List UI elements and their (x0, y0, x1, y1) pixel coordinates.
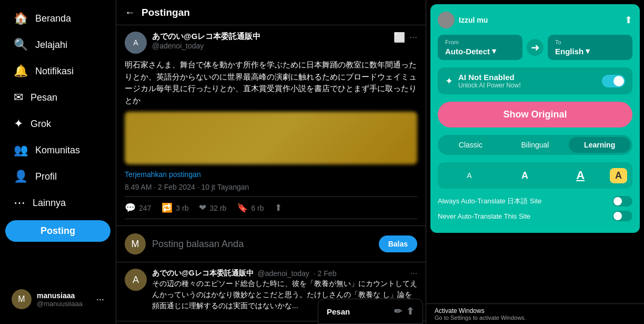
reply-avatar: M (125, 233, 146, 254)
tp-ai-toggle[interactable] (602, 75, 625, 87)
sidebar-item-pesan[interactable]: ✉ Pesan (4, 85, 112, 110)
pesan-bar-label: Pesan (327, 307, 350, 316)
sidebar-item-label: Notifikasi (35, 66, 74, 77)
bell-icon: 🔔 (14, 64, 28, 78)
home-icon: 🏠 (14, 12, 28, 25)
tp-ai-subtitle: Unlock AI Power Now! (458, 82, 597, 89)
second-tweet-display-name: あでのい@Gレコ本委託通販中 (152, 269, 254, 278)
tp-font-highlight[interactable]: A (610, 168, 627, 183)
tp-ai-toggle-knob (613, 76, 624, 86)
right-column: Izzul mu ⬆ From Auto-Detect ▾ ➜ To Engli… (426, 0, 644, 324)
tweet-text: 明石家さんま、舞台で体を動かす所作を学ぶために日本舞踊の教室に数年間通ったりとか… (125, 59, 417, 106)
pesan-bar[interactable]: Pesan ✏ ⬆ (318, 299, 423, 324)
tp-always-translate-label: Always Auto-Translate 日本語 Site (438, 197, 608, 206)
search-icon: 🔍 (14, 38, 28, 52)
second-tweet-handle: @adenoi_today (258, 269, 309, 278)
sidebar-item-lainnya[interactable]: ⋯ Lainnya (4, 191, 112, 215)
sidebar-item-label: Jelajahi (35, 40, 67, 51)
tp-mode-bilingual[interactable]: Bilingual (505, 137, 566, 153)
avatar: M (12, 289, 32, 309)
bookmark-icon: 🔖 (237, 202, 248, 213)
page-title: Postingan (142, 7, 190, 18)
chevron-down-icon: ▾ (586, 46, 590, 56)
tp-font-small[interactable]: A (443, 169, 496, 182)
retweet-count: 3 rb (176, 204, 188, 212)
share-icon: ⬆ (275, 202, 282, 213)
tp-font-medium[interactable]: A (499, 168, 551, 183)
tp-from-box[interactable]: From Auto-Detect ▾ (438, 35, 522, 60)
tp-user-row: Izzul mu ⬆ (438, 12, 632, 28)
person-icon: 👤 (14, 170, 28, 183)
blurred-content (125, 112, 417, 164)
sidebar-item-jelajahi[interactable]: 🔍 Jelajahi (4, 33, 112, 57)
user-display-name: manusiaaa (37, 291, 91, 300)
tp-lang-row: From Auto-Detect ▾ ➜ To English ▾ (438, 35, 632, 60)
sidebar-item-label: Grok (31, 119, 51, 130)
user-handle: @manuusiiaaa (37, 300, 91, 308)
pesan-edit-icon[interactable]: ✏ (394, 306, 402, 317)
sidebar-item-label: Profil (35, 171, 57, 182)
pesan-actions: ✏ ⬆ (394, 306, 414, 317)
post-button-label: Posting (41, 225, 75, 237)
tp-ai-title: AI Not Enabled (458, 73, 597, 82)
tp-always-translate-toggle[interactable] (612, 196, 632, 207)
tweet-more-icon[interactable]: ··· (409, 32, 417, 43)
tp-never-translate-label: Never Auto-Translate This Site (438, 212, 608, 220)
tweet-handle: @adenoi_today (152, 42, 388, 50)
sidebar-item-notifikasi[interactable]: 🔔 Notifikasi (4, 59, 112, 83)
sidebar-item-beranda[interactable]: 🏠 Beranda (4, 6, 112, 31)
sidebar-item-label: Komunitas (35, 145, 80, 156)
reply-stat[interactable]: 💬 247 (125, 202, 151, 213)
tp-toggle-knob (613, 197, 622, 205)
show-original-button[interactable]: Show Original (438, 102, 632, 127)
retweet-icon: 🔁 (162, 202, 173, 213)
user-info: manusiaaa @manuusiiaaa (37, 291, 91, 308)
community-icon: 👥 (14, 143, 28, 157)
tweet-image-icon[interactable]: ⬜ (394, 32, 405, 43)
mail-icon: ✉ (14, 91, 23, 104)
sidebar-item-profil[interactable]: 👤 Profil (4, 164, 112, 189)
bookmark-stat[interactable]: 🔖 6 rb (237, 202, 264, 213)
tp-never-translate-toggle[interactable] (612, 211, 632, 221)
like-count: 32 rb (209, 204, 226, 212)
sidebar-item-komunitas[interactable]: 👥 Komunitas (4, 138, 112, 162)
tp-direction-arrow: ➜ (527, 39, 544, 56)
tp-share-icon[interactable]: ⬆ (625, 14, 632, 26)
reply-box: M Posting balasan Anda Balas (116, 226, 426, 262)
main-content: ← Postingan A あでのい@Gレコ本委託通販中 @adenoi_tod… (116, 0, 426, 324)
tp-to-value: English ▾ (555, 46, 625, 56)
translate-link[interactable]: Terjemahkan postingan (125, 170, 201, 179)
reply-input[interactable]: Posting balasan Anda (152, 239, 373, 250)
tweet-user-info: あでのい@Gレコ本委託通販中 @adenoi_today (152, 32, 388, 50)
second-tweet-avatar: A (125, 269, 147, 291)
second-tweet-date: · 2 Feb (314, 269, 337, 278)
tweet-avatar: A (125, 32, 147, 54)
tp-mode-classic[interactable]: Classic (440, 137, 501, 153)
second-tweet-header: あでのい@Gレコ本委託通販中 @adenoi_today · 2 Feb ··· (152, 269, 417, 278)
heart-icon: ❤ (199, 202, 206, 213)
tp-always-auto-translate-row: Always Auto-Translate 日本語 Site (438, 196, 632, 207)
sidebar: 🏠 Beranda 🔍 Jelajahi 🔔 Notifikasi ✉ Pesa… (0, 0, 116, 324)
tp-ai-text: AI Not Enabled Unlock AI Power Now! (458, 73, 597, 89)
tp-mode-learning[interactable]: Learning (569, 137, 630, 153)
sidebar-item-posting[interactable]: Posting (5, 220, 110, 242)
tp-font-large[interactable]: A (554, 166, 607, 184)
like-stat[interactable]: ❤ 32 rb (199, 202, 226, 213)
sidebar-user[interactable]: M manusiaaa @manuusiiaaa ··· (4, 284, 112, 315)
pesan-expand-icon[interactable]: ⬆ (406, 306, 414, 317)
tp-to-box[interactable]: To English ▾ (548, 35, 632, 60)
chevron-down-icon: ▾ (492, 46, 496, 56)
tweet-stats: 💬 247 🔁 3 rb ❤ 32 rb 🔖 6 rb ⬆ (125, 197, 417, 219)
user-more-dots[interactable]: ··· (96, 294, 104, 305)
second-tweet-more[interactable]: ··· (410, 269, 417, 278)
sidebar-item-label: Pesan (31, 92, 57, 103)
tweet-meta: 8.49 AM · 2 Feb 2024 · 10 jt Tayangan (125, 183, 417, 191)
retweet-stat[interactable]: 🔁 3 rb (162, 202, 188, 213)
main-tweet: A あでのい@Gレコ本委託通販中 @adenoi_today ⬜ ··· 明石家… (116, 25, 426, 226)
share-stat[interactable]: ⬆ (275, 202, 282, 213)
tp-to-label: To (555, 39, 625, 45)
reply-button[interactable]: Balas (379, 235, 417, 252)
back-button[interactable]: ← (125, 6, 135, 18)
sidebar-item-grok[interactable]: ✦ Grok (4, 112, 112, 136)
tweet-display-name: あでのい@Gレコ本委託通販中 (152, 32, 388, 42)
